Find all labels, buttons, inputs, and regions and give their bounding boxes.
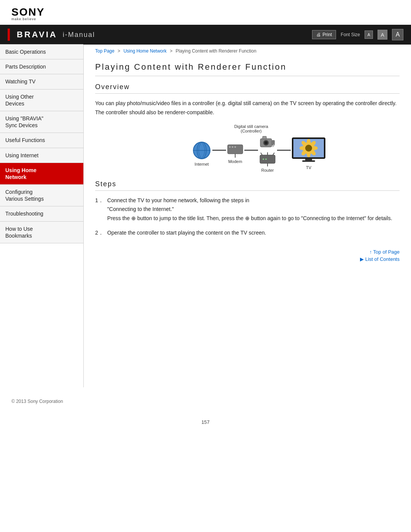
svg-point-26: [312, 146, 318, 150]
svg-line-16: [273, 153, 274, 155]
sidebar-item-troubleshooting[interactable]: Troubleshooting: [0, 206, 83, 221]
svg-rect-32: [305, 158, 312, 160]
page-footer: © 2013 Sony Corporation: [0, 387, 411, 412]
svg-rect-13: [260, 155, 275, 163]
font-medium-button[interactable]: A: [378, 30, 387, 40]
sidebar-item-useful-functions[interactable]: Useful Functions: [0, 133, 83, 148]
diagram-modem: Modem: [227, 143, 244, 164]
svg-rect-6: [234, 146, 236, 148]
page-number: 157: [0, 412, 411, 429]
overview-text: You can play photo/music/video files in …: [95, 99, 400, 117]
breadcrumb-top-page[interactable]: Top Page: [95, 48, 115, 54]
globe-icon: [192, 141, 212, 160]
breadcrumb: Top Page > Using Home Network > Playing …: [95, 45, 400, 57]
svg-point-18: [265, 158, 267, 160]
print-button[interactable]: 🖨 Print: [312, 30, 336, 39]
copyright: © 2013 Sony Corporation: [11, 399, 63, 404]
header-controls: 🖨 Print Font Size A A A: [312, 29, 403, 40]
svg-rect-4: [229, 146, 231, 148]
svg-point-17: [263, 158, 264, 160]
router-label: Router: [261, 168, 274, 173]
camera-group: [259, 135, 276, 150]
sidebar-item-watching-tv[interactable]: Watching TV: [0, 74, 83, 89]
sidebar-item-using-internet[interactable]: Using Internet: [0, 148, 83, 163]
breadcrumb-separator-1: >: [118, 48, 121, 54]
diagram-internet: Internet: [192, 141, 212, 166]
step-1: 1． Connect the TV to your home network, …: [95, 196, 400, 223]
diagram-container: Digital still camera (Controller) Intern…: [118, 124, 400, 173]
overview-heading: Overview: [95, 83, 400, 94]
breadcrumb-using-home-network[interactable]: Using Home Network: [123, 48, 166, 54]
list-of-contents-link[interactable]: ▶ List of Contents: [95, 256, 400, 262]
diagram-camera-label-1: Digital still camera: [232, 124, 270, 129]
connector-1: [212, 150, 226, 151]
svg-point-10: [264, 141, 268, 144]
step-2: 2． Operate the controller to start playi…: [95, 228, 400, 238]
svg-rect-5: [232, 146, 233, 148]
print-label: Print: [323, 32, 332, 37]
tv-label: TV: [306, 165, 311, 170]
page-title: Playing Content with Renderer Function: [95, 57, 400, 76]
tv-icon: [292, 137, 326, 164]
svg-point-25: [299, 146, 306, 150]
red-accent-bar: [8, 29, 10, 41]
modem-icon: [227, 143, 244, 158]
font-small-button[interactable]: A: [365, 30, 373, 39]
breadcrumb-separator-2: >: [170, 48, 174, 54]
svg-point-24: [307, 151, 311, 157]
camera-icon: [259, 135, 276, 149]
sidebar-item-bravia-sync[interactable]: Using "BRAVIA"Sync Devices: [0, 111, 83, 133]
breadcrumb-current: Playing Content with Renderer Function: [175, 48, 256, 54]
connector-2: [244, 150, 258, 151]
nav-links: ↑ Top of Page ▶ List of Contents: [95, 245, 400, 262]
svg-rect-11: [263, 136, 266, 139]
bravia-title: BRAVIA i-Manual: [8, 29, 95, 41]
sidebar: Basic Operations Parts Description Watch…: [0, 45, 84, 387]
imanual-label: i-Manual: [63, 31, 95, 39]
diagram-tv: TV: [292, 137, 326, 170]
svg-point-31: [305, 145, 312, 152]
diagram-camera-label-2: (Controller): [232, 129, 270, 133]
svg-rect-33: [302, 160, 315, 162]
step-2-num: 2．: [95, 228, 104, 238]
font-large-button[interactable]: A: [392, 29, 403, 40]
steps-list: 1． Connect the TV to your home network, …: [95, 196, 400, 238]
steps-heading: Steps: [95, 180, 400, 191]
header-bar: BRAVIA i-Manual 🖨 Print Font Size A A A: [0, 25, 411, 45]
sidebar-item-configuring-settings[interactable]: ConfiguringVarious Settings: [0, 184, 83, 206]
bravia-brand: BRAVIA: [17, 30, 57, 40]
sidebar-item-bookmarks[interactable]: How to UseBookmarks: [0, 221, 83, 243]
diagram-router: Router: [259, 152, 276, 173]
print-icon: 🖨: [316, 32, 321, 37]
step-1-text: Connect the TV to your home network, fol…: [107, 196, 400, 223]
svg-point-23: [307, 139, 311, 145]
modem-label: Modem: [228, 159, 242, 164]
diagram-row: Internet Modem: [192, 135, 326, 173]
main-layout: Basic Operations Parts Description Watch…: [0, 45, 411, 387]
sidebar-item-parts-description[interactable]: Parts Description: [0, 59, 83, 74]
content-area: Top Page > Using Home Network > Playing …: [84, 45, 411, 275]
router-icon: [259, 152, 276, 166]
sony-logo: SONY make.believe: [11, 7, 400, 21]
sidebar-item-using-other-devices[interactable]: Using OtherDevices: [0, 89, 83, 111]
step-1-num: 1．: [95, 196, 104, 205]
top-of-page-link[interactable]: ↑ Top of Page: [95, 249, 400, 255]
brand-tagline: make.believe: [11, 18, 400, 21]
sidebar-item-using-home-network[interactable]: Using HomeNetwork: [0, 163, 83, 185]
svg-line-14: [261, 153, 262, 155]
svg-rect-3: [228, 145, 243, 154]
connector-3: [277, 150, 291, 151]
sidebar-item-basic-operations[interactable]: Basic Operations: [0, 44, 83, 59]
router-camera-group: Router: [259, 135, 276, 173]
internet-label: Internet: [194, 162, 209, 166]
font-size-label: Font Size: [341, 32, 360, 37]
step-2-text: Operate the controller to start playing …: [107, 228, 400, 238]
logo-area: SONY make.believe: [0, 0, 411, 25]
brand-name: SONY: [11, 7, 400, 18]
